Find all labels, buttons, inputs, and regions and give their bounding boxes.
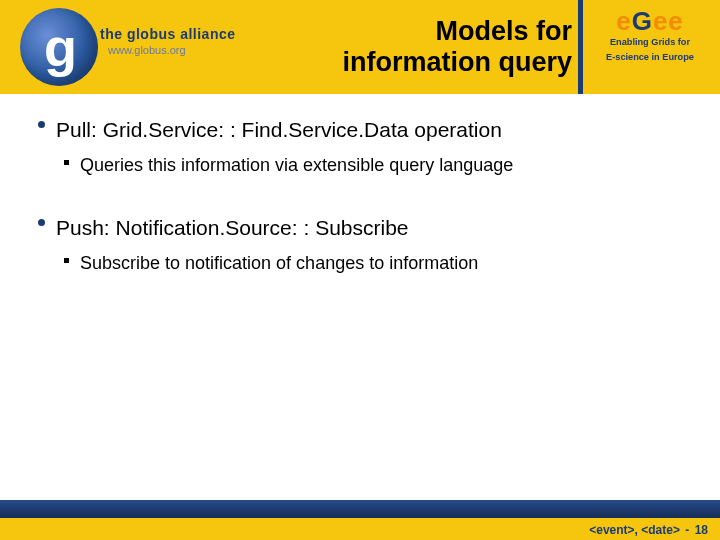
header-band: g the globus alliance www.globus.org Mod…	[0, 0, 720, 94]
egee-letter-g: G	[632, 6, 653, 36]
bullet-1-text: Pull: Grid.Service: : Find.Service.Data …	[56, 116, 686, 143]
slide-body: Pull: Grid.Service: : Find.Service.Data …	[0, 94, 720, 275]
slide-title: Models for information query	[252, 16, 572, 78]
egee-logo-text: eGee	[590, 8, 710, 34]
bullet-2-sub-1: Subscribe to notification of changes to …	[34, 251, 686, 275]
egee-logo: eGee Enabling Grids for E-science in Eur…	[590, 8, 710, 63]
globus-logo-text: the globus alliance	[100, 26, 236, 42]
bullet-2: Push: Notification.Source: : Subscribe	[34, 214, 686, 241]
footer-dash: -	[682, 523, 693, 537]
header-divider	[578, 0, 583, 94]
slide: g the globus alliance www.globus.org Mod…	[0, 0, 720, 540]
egee-letter-e3: e	[668, 6, 683, 36]
bullet-1-sub-1-text: Queries this information via extensible …	[80, 153, 686, 177]
title-line-1: Models for	[252, 16, 572, 47]
bullet-2-sub-1-text: Subscribe to notification of changes to …	[80, 251, 686, 275]
title-line-2: information query	[252, 47, 572, 78]
globus-logo-url: www.globus.org	[108, 44, 186, 56]
egee-subtitle-2: E-science in Europe	[590, 52, 710, 64]
egee-letter-e2: e	[653, 6, 668, 36]
footer-event: <event>, <date>	[589, 523, 680, 537]
header-inner: g the globus alliance www.globus.org Mod…	[0, 0, 720, 94]
footer-strip: <event>, <date> - 18	[0, 518, 720, 540]
egee-letter-e1: e	[616, 6, 631, 36]
footer-text: <event>, <date> - 18	[589, 523, 708, 537]
footer-page: 18	[695, 523, 708, 537]
spacer	[34, 204, 686, 214]
egee-subtitle-1: Enabling Grids for	[590, 37, 710, 49]
globus-g-icon: g	[20, 8, 98, 86]
bullet-1-sub-1: Queries this information via extensible …	[34, 153, 686, 177]
bullet-1: Pull: Grid.Service: : Find.Service.Data …	[34, 116, 686, 143]
globus-logo: g the globus alliance www.globus.org	[32, 8, 242, 88]
footer-bar	[0, 500, 720, 518]
bullet-2-text: Push: Notification.Source: : Subscribe	[56, 214, 686, 241]
